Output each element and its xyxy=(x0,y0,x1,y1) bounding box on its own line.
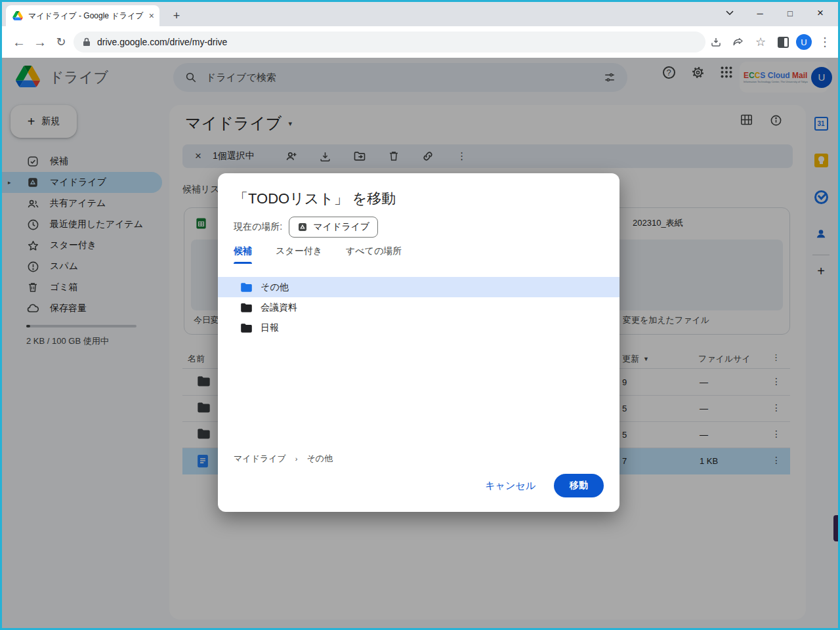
chip-label: マイドライブ xyxy=(313,221,369,233)
breadcrumb-current[interactable]: その他 xyxy=(307,453,333,465)
my-drive-icon xyxy=(297,222,308,232)
bookmark-star-icon[interactable]: ☆ xyxy=(751,32,770,52)
folder-name: その他 xyxy=(261,282,289,293)
forward-button[interactable]: → xyxy=(30,32,51,52)
save-page-icon[interactable] xyxy=(707,32,725,52)
browser-window: マイドライブ - Google ドライブ × + ─ □ × ← → ↻ dri… xyxy=(0,0,840,630)
maximize-button[interactable]: □ xyxy=(775,9,805,18)
new-tab-button[interactable]: + xyxy=(167,7,186,25)
browser-toolbar: ← → ↻ drive.google.com/drive/my-drive ☆ … xyxy=(2,26,838,58)
browser-tab[interactable]: マイドライブ - Google ドライブ × xyxy=(6,5,159,26)
breadcrumb-root[interactable]: マイドライブ xyxy=(234,453,286,465)
folder-name: 会議資料 xyxy=(261,302,297,314)
tab-strip: マイドライブ - Google ドライブ × + ─ □ × xyxy=(2,2,838,26)
dialog-breadcrumb: マイドライブ › その他 xyxy=(234,453,333,465)
window-controls: ─ □ × xyxy=(715,2,835,24)
address-bar[interactable]: drive.google.com/drive/my-drive xyxy=(74,32,705,52)
close-window-button[interactable]: × xyxy=(805,7,835,20)
lock-icon xyxy=(83,37,91,47)
current-location-chip[interactable]: マイドライブ xyxy=(289,217,378,238)
dialog-tabs: 候補 スター付き すべての場所 xyxy=(234,245,402,264)
share-icon[interactable] xyxy=(729,32,747,52)
dialog-title: 「TODOリスト」 を移動 xyxy=(234,189,396,209)
cancel-button[interactable]: キャンセル xyxy=(485,480,536,492)
move-dialog: 「TODOリスト」 を移動 現在の場所: マイドライブ 候補 スター付き すべて… xyxy=(218,173,620,512)
browser-menu-icon[interactable]: ⋮ xyxy=(816,32,834,52)
drive-favicon xyxy=(12,11,23,20)
edge-scroll-thumb[interactable] xyxy=(833,515,838,541)
folder-icon xyxy=(240,303,253,313)
toolbar-actions: ☆ U ⋮ xyxy=(707,32,834,52)
page-viewport: ドライブ ドライブで検索 ? xyxy=(2,58,838,628)
folder-item[interactable]: 日報 xyxy=(218,318,620,338)
browser-avatar[interactable]: U xyxy=(796,34,812,50)
current-location-label: 現在の場所: xyxy=(234,221,282,233)
move-button[interactable]: 移動 xyxy=(554,474,604,497)
reload-button[interactable]: ↻ xyxy=(51,32,72,52)
breadcrumb-chevron-icon: › xyxy=(295,455,298,463)
minimize-button[interactable]: ─ xyxy=(745,9,775,18)
folder-icon xyxy=(240,282,253,293)
tab-close-icon[interactable]: × xyxy=(149,10,154,21)
back-button[interactable]: ← xyxy=(9,32,30,52)
folder-item[interactable]: 会議資料 xyxy=(218,297,620,318)
folder-name: 日報 xyxy=(261,322,279,334)
folder-list: その他 会議資料 日報 xyxy=(218,277,620,338)
tab-all-locations[interactable]: すべての場所 xyxy=(346,245,402,264)
tab-starred[interactable]: スター付き xyxy=(276,245,322,264)
url-text: drive.google.com/drive/my-drive xyxy=(97,37,227,47)
tab-title: マイドライブ - Google ドライブ xyxy=(28,10,144,22)
folder-icon xyxy=(240,323,253,333)
reading-list-icon[interactable] xyxy=(774,32,792,52)
tab-suggested[interactable]: 候補 xyxy=(234,245,252,264)
folder-item-selected[interactable]: その他 xyxy=(218,277,620,297)
tab-search-chevron-icon[interactable] xyxy=(715,10,745,16)
